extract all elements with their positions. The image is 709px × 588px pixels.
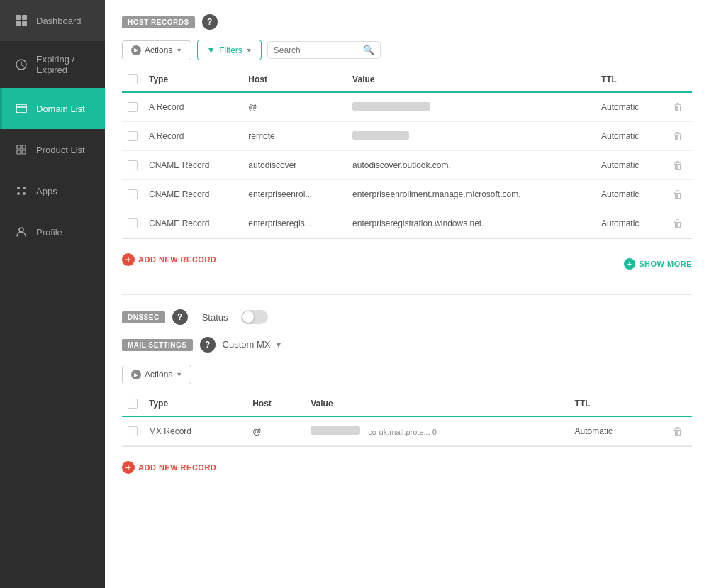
dnssec-help-icon[interactable]: ? [172, 309, 188, 325]
record-value: enterpriseenrollment.manage.microsoft.co… [347, 180, 596, 209]
mail-type-dropdown[interactable]: Custom MX ▼ [223, 336, 308, 353]
svg-rect-1 [22, 15, 27, 20]
play-icon: ▶ [131, 45, 141, 55]
record-host: autodiscover [242, 151, 347, 180]
record-host: enterpriseregis... [242, 209, 347, 238]
sidebar-item-expiring[interactable]: Expiring / Expired [0, 41, 105, 88]
add-mail-record-button[interactable]: + ADD NEW RECORD [122, 461, 216, 474]
table-row: MX Record @ -co-uk.mail.prote... 0 Autom… [122, 416, 692, 446]
sidebar: Dashboard Expiring / Expired Domain List… [0, 0, 105, 588]
sidebar-item-label: Product List [36, 145, 85, 155]
show-more-icon: + [624, 258, 635, 270]
dnssec-section: DNSSEC ? Status [122, 309, 692, 325]
record-ttl: Automatic [596, 92, 664, 122]
delete-record-icon[interactable]: 🗑 [669, 131, 686, 142]
profile-icon [13, 224, 29, 240]
host-records-table: Type Host Value TTL A Record @ Automatic… [122, 67, 692, 238]
record-value: autodiscover.outlook.com. [347, 151, 596, 180]
row-checkbox[interactable] [128, 218, 138, 228]
svg-point-9 [23, 192, 26, 195]
sidebar-item-profile[interactable]: Profile [0, 211, 105, 253]
record-ttl: Automatic [596, 151, 664, 180]
host-records-section: HOST RECORDS ? ▶ Actions ▼ ▼ Filters ▼ 🔍 [122, 14, 692, 280]
delete-mail-record-icon[interactable]: 🗑 [669, 426, 686, 437]
mail-col-type: Type [143, 392, 247, 416]
host-records-badge: HOST RECORDS [122, 16, 195, 28]
record-ttl: Automatic [596, 122, 664, 151]
sidebar-item-dashboard[interactable]: Dashboard [0, 0, 105, 41]
filter-icon: ▼ [206, 45, 216, 55]
dnssec-toggle[interactable] [241, 310, 268, 324]
show-more-button[interactable]: + SHOW MORE [624, 258, 692, 270]
product-icon [13, 142, 29, 157]
expiring-icon [13, 57, 29, 72]
mail-select-all-checkbox[interactable] [128, 399, 138, 409]
table-row: CNAME Record enterpriseregis... enterpri… [122, 209, 692, 238]
svg-point-7 [23, 187, 26, 189]
search-input[interactable] [274, 45, 363, 55]
sidebar-item-apps[interactable]: Apps [0, 170, 105, 211]
dnssec-status-label: Status [202, 312, 228, 323]
host-records-help-icon[interactable]: ? [202, 14, 218, 30]
search-box[interactable]: 🔍 [267, 41, 381, 59]
col-type: Type [143, 67, 242, 92]
actions-button[interactable]: ▶ Actions ▼ [122, 40, 191, 60]
row-checkbox[interactable] [128, 131, 138, 141]
mail-toolbar: ▶ Actions ▼ [122, 365, 692, 384]
record-host: enterpriseenrol... [242, 180, 347, 209]
record-value: enterpriseregistration.windows.net. [347, 209, 596, 238]
dnssec-row: DNSSEC ? Status [122, 309, 692, 325]
mail-settings-help-icon[interactable]: ? [200, 337, 216, 353]
mail-record-type: MX Record [143, 416, 247, 446]
record-type: A Record [143, 122, 242, 151]
svg-rect-5 [16, 104, 26, 113]
record-ttl: Automatic [596, 180, 664, 209]
table-row: A Record remote Automatic 🗑 [122, 122, 692, 151]
svg-point-10 [19, 228, 23, 232]
search-icon: 🔍 [363, 45, 374, 55]
col-host: Host [242, 67, 347, 92]
table-row: CNAME Record autodiscover autodiscover.o… [122, 151, 692, 180]
filters-caret: ▼ [246, 47, 252, 54]
svg-rect-3 [22, 21, 27, 26]
mail-record-ttl: Automatic [569, 416, 664, 446]
filters-button[interactable]: ▼ Filters ▼ [197, 40, 261, 60]
select-all-checkbox[interactable] [128, 74, 138, 84]
sidebar-item-label: Expiring / Expired [36, 54, 94, 75]
sidebar-item-label: Apps [36, 186, 57, 196]
plus-icon: + [122, 461, 135, 474]
row-checkbox[interactable] [128, 160, 138, 170]
delete-record-icon[interactable]: 🗑 [669, 189, 686, 200]
domain-icon [13, 101, 29, 116]
mail-records-table: Type Host Value TTL MX Record @ -co-uk.m… [122, 392, 692, 446]
sidebar-item-product-list[interactable]: Product List [0, 129, 105, 170]
mail-row-checkbox[interactable] [128, 426, 138, 436]
toggle-knob [242, 311, 254, 323]
delete-record-icon[interactable]: 🗑 [669, 101, 686, 113]
col-ttl: TTL [596, 67, 664, 92]
record-value [347, 122, 596, 151]
delete-record-icon[interactable]: 🗑 [669, 218, 686, 229]
apps-icon [13, 183, 29, 199]
play-icon: ▶ [131, 370, 141, 379]
actions-caret: ▼ [176, 371, 182, 378]
record-type: CNAME Record [143, 180, 242, 209]
record-host: @ [242, 92, 347, 122]
row-checkbox[interactable] [128, 189, 138, 199]
sidebar-item-label: Domain List [36, 104, 85, 114]
sidebar-item-label: Profile [36, 227, 62, 238]
row-checkbox[interactable] [128, 102, 138, 112]
dnssec-badge: DNSSEC [122, 311, 165, 323]
host-records-toolbar: ▶ Actions ▼ ▼ Filters ▼ 🔍 [122, 40, 692, 60]
dropdown-caret: ▼ [274, 340, 282, 349]
mail-record-host: @ [247, 416, 305, 446]
delete-record-icon[interactable]: 🗑 [669, 160, 686, 171]
svg-rect-0 [16, 15, 21, 20]
sidebar-item-label: Dashboard [36, 16, 82, 26]
mail-actions-button[interactable]: ▶ Actions ▼ [122, 365, 191, 384]
sidebar-item-domain-list[interactable]: Domain List [0, 88, 105, 129]
record-type: CNAME Record [143, 209, 242, 238]
record-value [347, 92, 596, 122]
add-new-record-button[interactable]: + ADD NEW RECORD [122, 253, 216, 266]
main-content: HOST RECORDS ? ▶ Actions ▼ ▼ Filters ▼ 🔍 [105, 0, 709, 588]
